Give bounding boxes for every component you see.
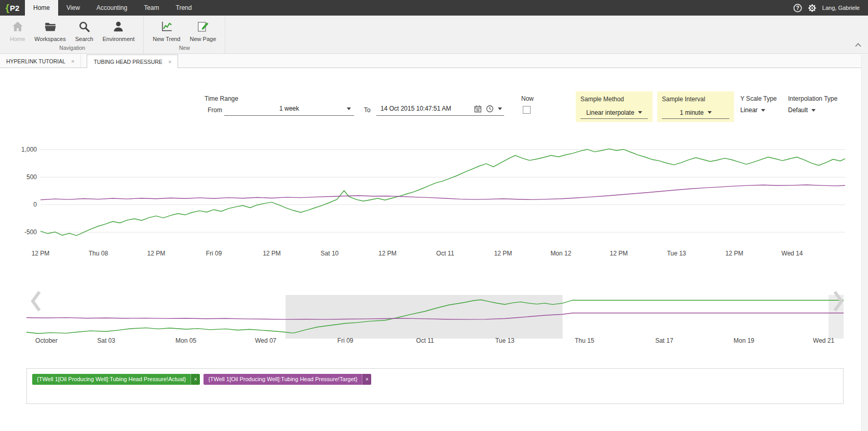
series-tag-label[interactable]: {TWell 1[Oil Producing Well]:Tubing Head…: [204, 374, 362, 385]
p2-explorer-window: {P2 Home View Accounting Team Trend ?: [0, 0, 868, 431]
environment-button[interactable]: Environment: [98, 18, 140, 44]
ribbon-toolbar: Home Workspaces Search: [0, 16, 868, 54]
clock-icon[interactable]: [486, 105, 494, 113]
svg-text:Tue 13: Tue 13: [667, 250, 686, 257]
svg-text:Wed 21: Wed 21: [813, 337, 834, 344]
series-tag-target[interactable]: {TWell 1[Oil Producing Well]:Tubing Head…: [204, 374, 371, 385]
help-icon[interactable]: ?: [793, 4, 802, 12]
svg-text:-500: -500: [24, 228, 37, 236]
new-trend-button-label: New Trend: [153, 36, 180, 42]
workspaces-button-label: Workspaces: [34, 36, 65, 42]
svg-text:Oct 11: Oct 11: [436, 250, 454, 257]
ribbon-collapse-button[interactable]: [853, 39, 863, 50]
main-trend-chart[interactable]: 1,0005000-50012 PMThu 0812 PMFri 0912 PM…: [21, 137, 846, 262]
chevron-down-icon: [708, 111, 712, 114]
remove-tag-icon[interactable]: ×: [191, 374, 200, 385]
overview-navigator-chart[interactable]: OctoberSat 03Mon 05Wed 07Fri 09Oct 11Tue…: [21, 288, 846, 350]
sample-interval-value: 1 minute: [680, 109, 703, 116]
top-menubar: {P2 Home View Accounting Team Trend ?: [0, 0, 868, 16]
from-range-value: 1 week: [279, 105, 299, 112]
new-page-button-label: New Page: [190, 36, 216, 42]
new-trend-chart-icon: [160, 20, 173, 33]
scrollbar-gutter: [861, 55, 868, 431]
navigator-scroll-left-button[interactable]: [29, 290, 43, 315]
environment-button-label: Environment: [103, 36, 135, 42]
sample-interval-label: Sample Interval: [662, 96, 705, 103]
tab-close-icon[interactable]: ×: [168, 59, 171, 65]
svg-text:Wed 07: Wed 07: [255, 337, 276, 344]
new-page-pencil-icon: [196, 20, 210, 33]
chevron-right-icon: [832, 290, 845, 313]
interpolation-type-label: Interpolation Type: [788, 95, 837, 102]
workspaces-button[interactable]: Workspaces: [30, 18, 70, 44]
p2-logo: {P2: [0, 0, 25, 16]
search-button-label: Search: [75, 36, 93, 42]
tab-label: TUBING HEAD PRESSURE: [93, 59, 162, 65]
remove-tag-icon[interactable]: ×: [362, 374, 371, 385]
logged-in-user[interactable]: Lang, Gabriele: [822, 5, 860, 11]
chevron-down-icon: [761, 109, 765, 112]
y-scale-type-value: Linear: [740, 106, 757, 114]
svg-text:12 PM: 12 PM: [147, 250, 165, 257]
y-scale-type-dropdown[interactable]: Linear: [740, 106, 765, 114]
sample-method-value: Linear interpolate: [586, 109, 634, 116]
menu-tab-accounting[interactable]: Accounting: [88, 0, 135, 16]
chevron-down-icon: [347, 107, 351, 110]
sample-method-dropdown[interactable]: Linear interpolate: [580, 106, 648, 119]
search-button[interactable]: Search: [71, 18, 98, 44]
ribbon-group-label-new: New: [148, 44, 221, 53]
series-tag-label[interactable]: {TWell 1[Oil Producing Well]:Tubing Head…: [32, 374, 191, 385]
search-icon: [77, 20, 91, 33]
to-datetime-field[interactable]: 14 Oct 2015 10:47:51 AM: [376, 101, 504, 116]
menu-tab-view[interactable]: View: [58, 0, 88, 16]
tab-hyperlink-tutorial[interactable]: HYPERLINK TUTORIAL ×: [0, 55, 81, 68]
from-range-dropdown[interactable]: 1 week: [224, 101, 354, 116]
svg-text:Sat 10: Sat 10: [321, 250, 339, 257]
svg-text:12 PM: 12 PM: [725, 250, 743, 257]
y-scale-type-label: Y Scale Type: [740, 95, 777, 102]
home-button-label: Home: [10, 36, 25, 42]
menu-tab-home[interactable]: Home: [25, 0, 58, 16]
home-icon: [11, 20, 24, 33]
calendar-icon[interactable]: [474, 105, 482, 113]
tab-tubing-head-pressure[interactable]: TUBING HEAD PRESSURE ×: [87, 55, 178, 68]
svg-text:12 PM: 12 PM: [32, 250, 50, 257]
tab-close-icon[interactable]: ×: [71, 58, 74, 64]
svg-text:Fri 09: Fri 09: [337, 337, 354, 344]
interpolation-type-dropdown[interactable]: Default: [788, 106, 816, 114]
series-tag-box[interactable]: {TWell 1[Oil Producing Well]:Tubing Head…: [26, 368, 844, 404]
svg-text:12 PM: 12 PM: [378, 250, 397, 257]
menu-tab-trend[interactable]: Trend: [168, 0, 200, 16]
chevron-down-icon: [638, 111, 642, 114]
svg-text:500: 500: [26, 173, 37, 181]
overview-navigator-svg[interactable]: OctoberSat 03Mon 05Wed 07Fri 09Oct 11Tue…: [21, 288, 846, 350]
workspaces-folder-icon: [44, 20, 57, 33]
new-trend-button[interactable]: New Trend: [148, 18, 185, 44]
svg-text:12 PM: 12 PM: [494, 250, 512, 257]
sample-method-highlight: Sample Method Linear interpolate: [576, 91, 653, 122]
navigator-scroll-right-button[interactable]: [832, 290, 845, 315]
svg-text:Sat 17: Sat 17: [655, 337, 673, 344]
sample-interval-dropdown[interactable]: 1 minute: [662, 106, 729, 119]
ribbon-group-navigation: Home Workspaces Search: [1, 16, 144, 53]
home-button[interactable]: Home: [5, 18, 30, 44]
now-checkbox[interactable]: [523, 106, 531, 114]
main-trend-chart-svg[interactable]: 1,0005000-50012 PMThu 0812 PMFri 0912 PM…: [21, 137, 846, 262]
new-page-button[interactable]: New Page: [185, 18, 221, 44]
svg-text:Wed 14: Wed 14: [781, 250, 803, 257]
svg-text:Oct 11: Oct 11: [416, 337, 435, 344]
ribbon-group-label-navigation: Navigation: [5, 44, 139, 53]
p2-logo-text: P2: [10, 4, 19, 12]
ribbon-buttons-navigation: Home Workspaces Search: [5, 16, 139, 44]
chevron-down-icon[interactable]: [498, 107, 502, 110]
to-datetime-value: 14 Oct 2015 10:47:51 AM: [381, 105, 451, 112]
svg-text:Sat 03: Sat 03: [97, 337, 115, 344]
menu-tab-team[interactable]: Team: [135, 0, 167, 16]
svg-text:1,000: 1,000: [21, 146, 37, 153]
svg-text:Thu 15: Thu 15: [575, 337, 594, 344]
chevron-down-icon: [811, 109, 816, 112]
interpolation-type-value: Default: [788, 106, 808, 114]
series-tag-actual[interactable]: {TWell 1[Oil Producing Well]:Tubing Head…: [32, 374, 200, 385]
svg-text:October: October: [35, 337, 58, 344]
gear-icon[interactable]: [808, 4, 817, 12]
